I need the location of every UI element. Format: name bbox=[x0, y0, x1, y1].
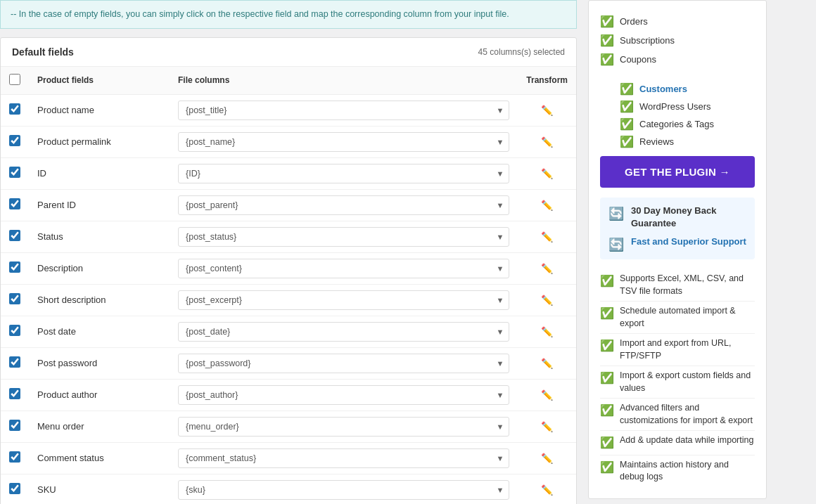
sidebar-sub-feature-item: ✅Customers bbox=[620, 80, 755, 98]
row-checkbox[interactable] bbox=[9, 135, 20, 146]
edit-icon[interactable]: ✏️ bbox=[526, 484, 568, 496]
col-product-fields: Product fields bbox=[29, 67, 170, 95]
sidebar-inner: ✅Orders✅Subscriptions✅Coupons ✅Customers… bbox=[588, 0, 767, 499]
row-checkbox[interactable] bbox=[9, 198, 20, 209]
sidebar-feature-item: ✅Orders bbox=[600, 12, 755, 31]
row-checkbox[interactable] bbox=[9, 103, 20, 115]
row-field-name: Product name bbox=[29, 94, 170, 126]
row-checkbox[interactable] bbox=[9, 325, 20, 336]
row-field-name: Post password bbox=[29, 347, 170, 379]
row-file-column[interactable]: {post_content} ▼ bbox=[170, 252, 518, 284]
row-checkbox-cell bbox=[1, 316, 29, 347]
row-checkbox[interactable] bbox=[9, 230, 20, 241]
col-checkbox bbox=[1, 67, 29, 95]
edit-icon[interactable]: ✏️ bbox=[526, 389, 568, 401]
get-plugin-button[interactable]: GET THE PLUGIN → bbox=[600, 156, 755, 188]
edit-icon[interactable]: ✏️ bbox=[526, 453, 568, 464]
edit-icon[interactable]: ✏️ bbox=[526, 231, 568, 243]
table-row: Post password {post_password} ▼ ✏️ bbox=[1, 347, 576, 379]
feature-text: Import and export from URL, FTP/SFTP bbox=[620, 337, 755, 362]
feature-list: ✅Supports Excel, XML, CSV, and TSV file … bbox=[600, 269, 755, 486]
file-column-select[interactable]: {post_name} bbox=[178, 132, 509, 152]
sidebar-sub-feature-item: ✅Reviews bbox=[620, 133, 755, 150]
file-column-select[interactable]: {post_excerpt} bbox=[178, 290, 509, 310]
select-wrapper: {post_title} ▼ bbox=[178, 101, 509, 120]
table-row: Menu order {menu_order} ▼ ✏️ bbox=[1, 411, 576, 442]
select-wrapper: {sku} ▼ bbox=[178, 480, 509, 500]
check-icon: ✅ bbox=[600, 338, 614, 354]
file-column-select[interactable]: {comment_status} bbox=[178, 448, 509, 468]
row-file-column[interactable]: {ID} ▼ bbox=[170, 157, 518, 189]
check-icon: ✅ bbox=[620, 100, 634, 113]
feature-list-item: ✅Import and export from URL, FTP/SFTP bbox=[600, 334, 755, 366]
file-column-select[interactable]: {post_author} bbox=[178, 385, 509, 405]
feature-list-item: ✅Schedule automated import & export bbox=[600, 302, 755, 334]
edit-icon[interactable]: ✏️ bbox=[526, 136, 568, 148]
file-column-select[interactable]: {ID} bbox=[178, 164, 509, 183]
row-file-column[interactable]: {post_excerpt} ▼ bbox=[170, 284, 518, 316]
sub-feature-label: WordPress Users bbox=[639, 101, 711, 112]
row-file-column[interactable]: {post_date} ▼ bbox=[170, 316, 518, 347]
row-transform-cell: ✏️ bbox=[518, 157, 576, 189]
row-file-column[interactable]: {post_name} ▼ bbox=[170, 126, 518, 157]
money-back-icon: 🔄 bbox=[608, 206, 624, 221]
select-wrapper: {post_parent} ▼ bbox=[178, 195, 509, 215]
row-field-name: Description bbox=[29, 252, 170, 284]
check-icon: ✅ bbox=[620, 82, 634, 96]
row-transform-cell: ✏️ bbox=[518, 411, 576, 442]
sidebar-features-list: ✅Orders✅Subscriptions✅Coupons bbox=[600, 12, 755, 69]
row-checkbox[interactable] bbox=[9, 483, 20, 494]
row-file-column[interactable]: {comment_status} ▼ bbox=[170, 442, 518, 474]
file-column-select[interactable]: {menu_order} bbox=[178, 417, 509, 437]
table-row: Product permalink {post_name} ▼ ✏️ bbox=[1, 126, 576, 157]
row-field-name: Short description bbox=[29, 284, 170, 316]
row-checkbox[interactable] bbox=[9, 261, 20, 273]
row-checkbox[interactable] bbox=[9, 293, 20, 304]
row-file-column[interactable]: {post_status} ▼ bbox=[170, 221, 518, 252]
file-column-select[interactable]: {post_title} bbox=[178, 101, 509, 120]
file-column-select[interactable]: {sku} bbox=[178, 480, 509, 500]
feature-text: Maintains action history and debug logs bbox=[620, 459, 755, 484]
edit-icon[interactable]: ✏️ bbox=[526, 200, 568, 211]
table-row: Post date {post_date} ▼ ✏️ bbox=[1, 316, 576, 347]
row-checkbox-cell bbox=[1, 411, 29, 442]
row-file-column[interactable]: {post_password} ▼ bbox=[170, 347, 518, 379]
row-file-column[interactable]: {sku} ▼ bbox=[170, 474, 518, 504]
feature-label: Subscriptions bbox=[620, 35, 675, 46]
feature-label: Coupons bbox=[620, 54, 656, 65]
row-field-name: Menu order bbox=[29, 411, 170, 442]
edit-icon[interactable]: ✏️ bbox=[526, 326, 568, 337]
file-column-select[interactable]: {post_date} bbox=[178, 322, 509, 342]
edit-icon[interactable]: ✏️ bbox=[526, 358, 568, 369]
edit-icon[interactable]: ✏️ bbox=[526, 295, 568, 306]
row-file-column[interactable]: {post_author} ▼ bbox=[170, 379, 518, 411]
row-checkbox-cell bbox=[1, 157, 29, 189]
table-row: Product name {post_title} ▼ ✏️ bbox=[1, 94, 576, 126]
row-field-name: Status bbox=[29, 221, 170, 252]
edit-icon[interactable]: ✏️ bbox=[526, 105, 568, 116]
table-row: SKU {sku} ▼ ✏️ bbox=[1, 474, 576, 504]
edit-icon[interactable]: ✏️ bbox=[526, 421, 568, 432]
feature-text: Supports Excel, XML, CSV, and TSV file f… bbox=[620, 273, 755, 297]
sidebar: ✅Orders✅Subscriptions✅Coupons ✅Customers… bbox=[577, 0, 767, 504]
row-file-column[interactable]: {menu_order} ▼ bbox=[170, 411, 518, 442]
row-checkbox[interactable] bbox=[9, 388, 20, 399]
edit-icon[interactable]: ✏️ bbox=[526, 168, 568, 179]
row-checkbox[interactable] bbox=[9, 420, 20, 431]
file-column-select[interactable]: {post_password} bbox=[178, 354, 509, 373]
row-checkbox[interactable] bbox=[9, 356, 20, 368]
check-icon: ✅ bbox=[600, 53, 614, 66]
row-file-column[interactable]: {post_title} ▼ bbox=[170, 94, 518, 126]
row-checkbox[interactable] bbox=[9, 167, 20, 178]
edit-icon[interactable]: ✏️ bbox=[526, 263, 568, 274]
row-field-name: SKU bbox=[29, 474, 170, 504]
row-checkbox[interactable] bbox=[9, 451, 20, 463]
file-column-select[interactable]: {post_content} bbox=[178, 259, 509, 278]
row-file-column[interactable]: {post_parent} ▼ bbox=[170, 189, 518, 221]
default-fields-title: Default fields bbox=[12, 46, 74, 58]
file-column-select[interactable]: {post_status} bbox=[178, 227, 509, 247]
money-back-item: 🔄 30 Day Money Back Guarantee bbox=[608, 205, 746, 230]
select-all-checkbox[interactable] bbox=[9, 74, 20, 85]
file-column-select[interactable]: {post_parent} bbox=[178, 195, 509, 215]
check-icon: ✅ bbox=[600, 15, 614, 28]
